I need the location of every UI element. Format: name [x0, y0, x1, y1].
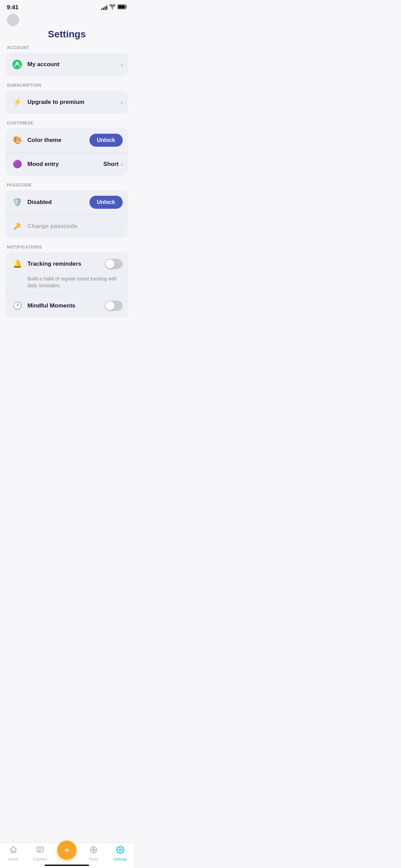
color-theme-label: Color theme — [27, 137, 89, 144]
chevron-icon: › — [121, 99, 123, 106]
upgrade-row[interactable]: ⚡ Upgrade to premium › — [5, 91, 128, 114]
tracking-reminders-toggle[interactable] — [105, 259, 123, 269]
svg-rect-2 — [118, 5, 125, 9]
passcode-unlock-button[interactable]: Unlock — [89, 196, 123, 209]
mood-entry-value-text: Short — [104, 161, 119, 168]
section-label-account: ACCOUNT — [5, 45, 128, 50]
customize-card: 🎨 Color theme Unlock 🟣 Mood entry Short … — [5, 128, 128, 176]
color-theme-row[interactable]: 🎨 Color theme Unlock — [5, 128, 128, 152]
change-passcode-row[interactable]: 🔑 Change passcode › — [5, 214, 128, 238]
section-account: ACCOUNT My account › — [5, 45, 128, 76]
my-account-label: My account — [27, 61, 120, 68]
section-label-subscription: SUBSCRIPTION — [5, 83, 128, 88]
notifications-card: 🔔 Tracking reminders Build a habit of re… — [5, 252, 128, 317]
status-icons — [101, 4, 127, 11]
passcode-card: 🛡️ Disabled Unlock 🔑 Change passcode › — [5, 190, 128, 238]
change-passcode-chevron: › — [120, 223, 123, 230]
palette-icon: 🎨 — [11, 134, 23, 146]
wifi-icon — [109, 4, 116, 11]
shield-icon: 🛡️ — [11, 196, 23, 208]
change-passcode-label: Change passcode — [27, 223, 120, 230]
chevron-icon: › — [121, 161, 123, 168]
bell-green-icon: 🔔 — [11, 258, 23, 270]
tracking-reminders-description: Build a habit of regular mood tracking w… — [5, 276, 128, 294]
mood-entry-value: Short › — [104, 161, 123, 168]
passcode-disabled-row[interactable]: 🛡️ Disabled Unlock — [5, 190, 128, 214]
page-title: Settings — [0, 26, 134, 45]
section-label-customize: CUSTOMIZE — [5, 121, 128, 125]
my-account-chevron: › — [120, 61, 123, 68]
battery-icon — [118, 4, 127, 11]
svg-rect-1 — [126, 6, 127, 8]
tracking-reminders-row[interactable]: 🔔 Tracking reminders — [5, 252, 128, 276]
section-label-notifications: NOTIFICATIONS — [5, 245, 128, 250]
color-theme-unlock-button[interactable]: Unlock — [89, 134, 123, 147]
key-icon: 🔑 — [11, 220, 23, 232]
signal-icon — [101, 5, 107, 10]
mood-entry-label: Mood entry — [27, 161, 104, 168]
section-subscription: SUBSCRIPTION ⚡ Upgrade to premium › — [5, 83, 128, 114]
account-icon — [11, 58, 23, 71]
clock-purple-icon: 🕐 — [11, 300, 23, 312]
bolt-icon: ⚡ — [11, 96, 23, 108]
passcode-disabled-label: Disabled — [27, 199, 89, 206]
upgrade-label: Upgrade to premium — [27, 99, 120, 106]
section-notifications: NOTIFICATIONS 🔔 Tracking reminders Build… — [5, 245, 128, 317]
my-account-row[interactable]: My account › — [5, 53, 128, 76]
back-area — [0, 12, 134, 26]
status-time: 9:41 — [7, 4, 19, 11]
mindful-moments-row[interactable]: 🕐 Mindful Moments — [5, 294, 128, 317]
chevron-icon: › — [121, 223, 123, 230]
mindful-moments-toggle[interactable] — [105, 301, 123, 311]
section-customize: CUSTOMIZE 🎨 Color theme Unlock 🟣 Mood en… — [5, 121, 128, 176]
section-passcode: PASSCODE 🛡️ Disabled Unlock 🔑 Change pas… — [5, 183, 128, 238]
tracking-reminders-label: Tracking reminders — [27, 261, 105, 267]
cloud-icon: 🟣 — [11, 158, 23, 170]
section-label-passcode: PASSCODE — [5, 183, 128, 188]
status-bar: 9:41 — [0, 0, 134, 12]
scroll-area: ACCOUNT My account › SUBSCRIPT — [0, 45, 134, 359]
subscription-card: ⚡ Upgrade to premium › — [5, 91, 128, 114]
upgrade-chevron: › — [120, 99, 123, 106]
account-card: My account › — [5, 53, 128, 76]
mindful-moments-label: Mindful Moments — [27, 302, 105, 309]
mood-entry-row[interactable]: 🟣 Mood entry Short › — [5, 152, 128, 176]
chevron-icon: › — [121, 61, 123, 68]
back-button[interactable] — [7, 14, 19, 26]
